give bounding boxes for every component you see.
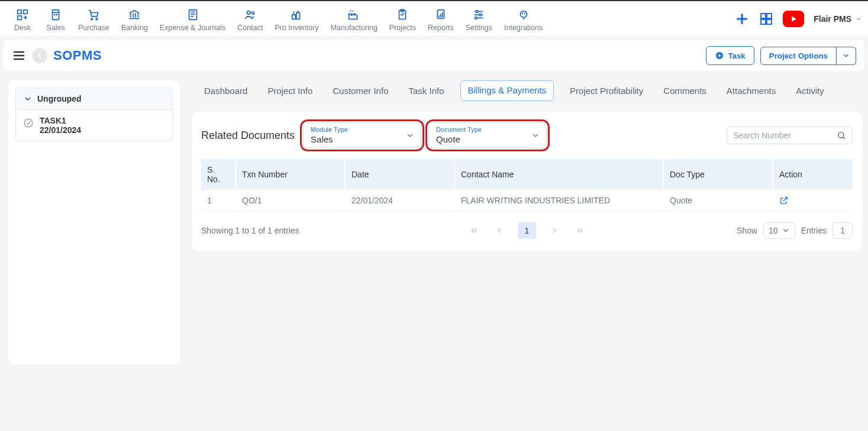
check-circle-icon: [23, 118, 34, 128]
chevron-down-icon: [531, 131, 540, 140]
nav-item-contact[interactable]: Contact: [231, 6, 269, 32]
header-actions: Task Project Options: [706, 46, 856, 65]
nav-label: Manufacturing: [331, 24, 377, 32]
entries-label: Entries: [801, 226, 827, 235]
svg-rect-18: [296, 12, 300, 19]
svg-point-15: [247, 11, 250, 14]
sidebar-item-task[interactable]: TASK1 22/01/2024: [16, 110, 172, 141]
svg-point-26: [479, 14, 482, 16]
chevron-down-icon: [405, 131, 415, 140]
tab-attachments[interactable]: Attachments: [722, 80, 780, 101]
card-title: Related Documents: [201, 129, 295, 142]
table-row: 1 QO/1 22/01/2024 FLAIR WRITING INDUSTRI…: [201, 190, 853, 212]
plug-icon: [517, 8, 530, 21]
page-next[interactable]: [548, 224, 561, 237]
nav-item-manufacturing[interactable]: Manufacturing: [325, 6, 383, 32]
th-doctype: Doc Type: [663, 159, 773, 190]
tab-customerinfo[interactable]: Customer Info: [328, 80, 392, 101]
page-size-value: 10: [769, 226, 778, 235]
search-icon: [837, 131, 846, 140]
module-type-select[interactable]: Module Type Sales: [303, 122, 421, 148]
svg-rect-1: [24, 10, 27, 14]
pager: 1: [467, 222, 588, 239]
th-action: Action: [773, 159, 853, 190]
nav-label: Purchase: [78, 24, 109, 32]
th-txn: Txn Number: [235, 159, 345, 190]
tab-dashboard[interactable]: Dashboard: [200, 80, 251, 101]
tab-taskinfo[interactable]: Task Info: [404, 80, 448, 101]
svg-rect-0: [18, 10, 21, 14]
calculator-icon: [49, 8, 62, 21]
svg-rect-31: [761, 14, 766, 18]
youtube-button[interactable]: [783, 11, 804, 27]
page-current[interactable]: 1: [518, 222, 537, 239]
nav-item-expense[interactable]: Expense & Journals: [154, 6, 231, 32]
page-first[interactable]: [467, 223, 481, 238]
svg-point-28: [520, 11, 527, 18]
document-type-select[interactable]: Document Type Quote: [428, 122, 547, 148]
bank-icon: [128, 8, 141, 21]
nav-item-sales[interactable]: Sales: [39, 6, 72, 32]
task-button[interactable]: Task: [706, 46, 754, 65]
cell-txn: QO/1: [235, 190, 345, 212]
svg-rect-17: [292, 15, 296, 19]
svg-line-43: [843, 137, 845, 139]
document-type-value: Quote: [436, 134, 525, 144]
documents-table: S. No. Txn Number Date Contact Name Doc …: [201, 159, 853, 212]
tab-comments[interactable]: Comments: [659, 80, 711, 101]
module-type-value: Sales: [311, 134, 399, 144]
nav-item-banking[interactable]: Banking: [115, 6, 154, 32]
apps-grid-icon[interactable]: [759, 12, 773, 26]
tab-activity[interactable]: Activity: [792, 80, 828, 101]
nav-item-desk[interactable]: Desk: [6, 6, 39, 32]
factory-icon: [347, 8, 360, 21]
sidebar: Ungrouped TASK1 22/01/2024: [8, 80, 180, 364]
page-size-section: Show 10 Entries 1: [737, 222, 853, 239]
sidebar-group-header[interactable]: Ungrouped: [16, 88, 172, 110]
show-label: Show: [737, 226, 757, 235]
nav-item-settings[interactable]: Settings: [460, 6, 498, 32]
page-last[interactable]: [573, 223, 587, 238]
chevron-down-icon: [782, 226, 790, 235]
nav-right: Flair PMS: [734, 11, 862, 27]
search-input[interactable]: [733, 131, 837, 140]
svg-point-16: [251, 12, 254, 14]
page-size-select[interactable]: 10: [763, 222, 795, 239]
page-header: SOPMS Task Project Options: [4, 40, 864, 71]
nav-items: Desk Sales Purchase Banking Expense & Jo: [6, 6, 548, 32]
card-top-row: Related Documents Module Type Sales Docu…: [201, 122, 853, 148]
th-date: Date: [345, 159, 454, 190]
account-name: Flair PMS: [814, 14, 851, 24]
sliders-icon: [472, 8, 485, 21]
cell-doctype: Quote: [663, 190, 773, 212]
nav-label: Integrations: [504, 24, 543, 32]
cart-icon: [87, 8, 100, 21]
nav-item-integrations[interactable]: Integrations: [498, 6, 548, 32]
task-button-label: Task: [728, 51, 745, 60]
cell-contact: FLAIR WRITING INDUSTRIES LIMITED: [454, 190, 663, 212]
account-menu[interactable]: Flair PMS: [814, 14, 862, 24]
menu-toggle[interactable]: [12, 48, 26, 63]
back-button[interactable]: [32, 48, 47, 63]
page-prev[interactable]: [493, 224, 506, 237]
open-document-link[interactable]: [779, 196, 847, 205]
nav-item-proinventory[interactable]: Pro Inventory: [269, 6, 324, 32]
project-options-dropdown[interactable]: [837, 47, 856, 65]
nav-item-projects[interactable]: Projects: [383, 6, 422, 32]
content-area: Dashboard Project Info Customer Info Tas…: [192, 80, 862, 251]
nav-label: Projects: [389, 24, 416, 32]
project-options-button[interactable]: Project Options: [760, 47, 837, 65]
nav-item-purchase[interactable]: Purchase: [72, 6, 115, 32]
svg-rect-33: [761, 20, 766, 24]
quick-add-button[interactable]: [734, 11, 750, 27]
nav-item-reports[interactable]: Reports: [422, 6, 460, 32]
chevron-down-icon: [23, 94, 33, 103]
tab-profitability[interactable]: Project Profitability: [566, 80, 647, 101]
svg-rect-5: [53, 10, 59, 20]
pagination-row: Showing 1 to 1 of 1 entries 1: [201, 222, 853, 239]
main-layout: Ungrouped TASK1 22/01/2024 Dashboard Pro…: [0, 71, 868, 376]
tab-projectinfo[interactable]: Project Info: [263, 80, 317, 101]
tab-billings-payments[interactable]: Billings & Payments: [460, 80, 554, 101]
nav-label: Expense & Journals: [160, 24, 225, 32]
search-box[interactable]: [727, 127, 853, 144]
